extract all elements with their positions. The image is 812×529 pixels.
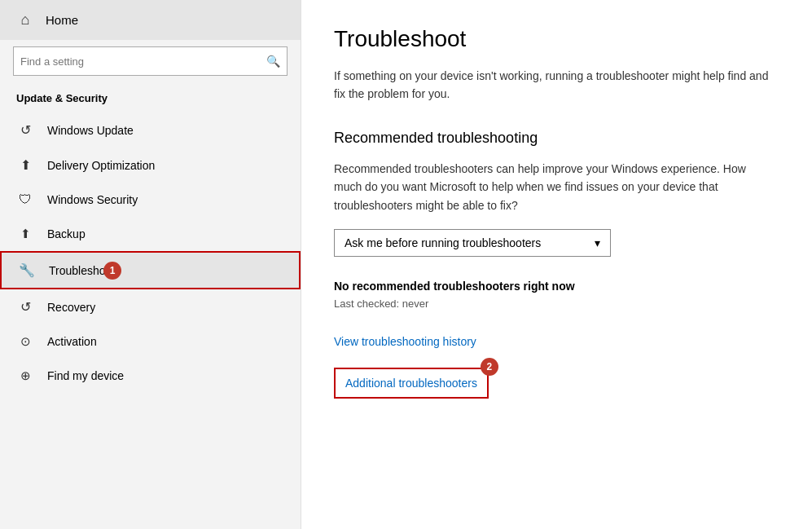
activation-icon: ⊙: [16, 334, 34, 349]
troubleshoot-dropdown-container: Ask me before running troubleshooters ▾: [334, 229, 779, 257]
page-title: Troubleshoot: [334, 26, 779, 52]
sidebar-item-label: Delivery Optimization: [47, 159, 155, 172]
sidebar-item-backup[interactable]: ⬆ Backup: [0, 217, 301, 251]
windows-update-icon: ↺: [16, 122, 34, 138]
sidebar: ⌂ Home 🔍 Update & Security ↺ Windows Upd…: [0, 0, 301, 529]
main-content: Troubleshoot If something on your device…: [301, 0, 812, 529]
sidebar-item-activation[interactable]: ⊙ Activation: [0, 324, 301, 359]
troubleshoot-icon: 🔧: [18, 262, 36, 278]
sidebar-item-troubleshoot[interactable]: 🔧 Troubleshoot 1: [0, 251, 301, 289]
troubleshoot-dropdown[interactable]: Ask me before running troubleshooters ▾: [334, 229, 611, 257]
recovery-icon: ↺: [16, 299, 34, 315]
page-description: If something on your device isn't workin…: [334, 67, 774, 104]
search-icon: 🔍: [266, 55, 280, 68]
sidebar-search-container: 🔍: [0, 40, 301, 86]
sidebar-item-label: Windows Security: [47, 193, 138, 206]
sidebar-item-label: Recovery: [47, 301, 95, 314]
recommended-section-title: Recommended troubleshooting: [334, 130, 779, 147]
find-my-device-icon: ⊕: [16, 368, 34, 383]
search-input[interactable]: [20, 55, 266, 68]
sidebar-item-label: Windows Update: [47, 124, 134, 137]
additional-troubleshooters-badge: 2: [481, 358, 498, 376]
sidebar-item-find-my-device[interactable]: ⊕ Find my device: [0, 359, 301, 393]
sidebar-section-title: Update & Security: [0, 86, 301, 112]
sidebar-item-label: Find my device: [47, 369, 124, 382]
backup-icon: ⬆: [16, 227, 34, 241]
additional-troubleshooters-link[interactable]: Additional troubleshooters: [345, 377, 477, 390]
home-icon: ⌂: [16, 11, 34, 29]
troubleshoot-badge: 1: [103, 262, 121, 280]
sidebar-item-windows-update[interactable]: ↺ Windows Update: [0, 112, 301, 148]
sidebar-item-delivery-optimization[interactable]: ⬆ Delivery Optimization: [0, 148, 301, 183]
chevron-down-icon: ▾: [595, 236, 600, 249]
sidebar-item-label: Backup: [47, 227, 86, 240]
troubleshoot-item-inner: Troubleshoot 1: [49, 264, 115, 277]
windows-security-icon: 🛡: [16, 192, 34, 207]
last-checked-text: Last checked: never: [334, 298, 779, 310]
additional-link-box: Additional troubleshooters: [334, 368, 489, 399]
dropdown-value: Ask me before running troubleshooters: [345, 236, 541, 249]
sidebar-item-windows-security[interactable]: 🛡 Windows Security: [0, 183, 301, 217]
no-recommended-text: No recommended troubleshooters right now: [334, 280, 779, 293]
sidebar-item-recovery[interactable]: ↺ Recovery: [0, 289, 301, 324]
recommended-description: Recommended troubleshooters can help imp…: [334, 160, 774, 214]
sidebar-home-label: Home: [46, 13, 78, 27]
delivery-optimization-icon: ⬆: [16, 157, 34, 173]
sidebar-search-box[interactable]: 🔍: [13, 46, 287, 76]
sidebar-item-home[interactable]: ⌂ Home: [0, 0, 301, 40]
additional-link-container: Additional troubleshooters 2: [334, 368, 489, 399]
view-history-link[interactable]: View troubleshooting history: [334, 335, 476, 348]
sidebar-item-label: Activation: [47, 335, 97, 348]
